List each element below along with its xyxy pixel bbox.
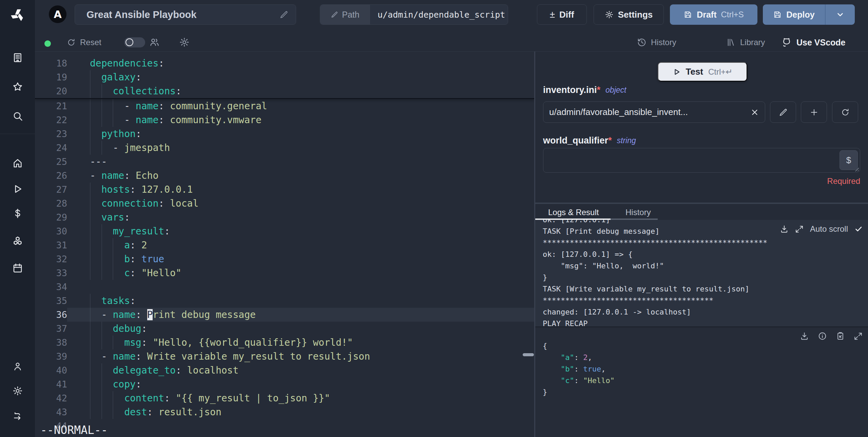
code-line[interactable]: 20 collections: [35, 84, 534, 98]
use-vscode-label: Use VScode [796, 38, 846, 48]
code-line[interactable]: 44 [35, 419, 534, 433]
topbar: A Great Ansible Playbook Path u/admin/de… [35, 0, 868, 33]
test-button[interactable]: Test Ctrl+↵ [658, 62, 747, 81]
code-line[interactable]: 40 delegate_to: localhost [35, 363, 534, 377]
users-icon[interactable] [149, 37, 160, 48]
inventory-resource-input[interactable]: u/admin/favorable_ansible_invent... [543, 101, 765, 123]
result-toolbar [800, 331, 863, 341]
draft-button[interactable]: Draft Ctrl+S [670, 4, 757, 25]
splitter-drag-handle[interactable] [523, 353, 534, 356]
diff-mode-toggle[interactable] [124, 37, 145, 48]
code-line[interactable]: 27 hosts: 127.0.0.1 [35, 183, 534, 196]
insert-variable-button[interactable]: $ [840, 150, 858, 170]
deploy-dropdown-button[interactable] [826, 4, 855, 25]
editor-settings-gear-icon[interactable] [179, 37, 190, 48]
log-line: } [535, 272, 868, 283]
sidebar-item-search[interactable] [12, 111, 23, 122]
edit-title-pencil-icon[interactable] [279, 10, 288, 19]
field-type: object [605, 86, 626, 95]
code-line[interactable]: 19 galaxy: [35, 70, 534, 84]
tab-history[interactable]: History [625, 208, 651, 217]
path-pencil-icon [331, 11, 338, 18]
code-line[interactable]: 36 - name: Print debug message [35, 308, 534, 322]
code-editor[interactable]: 18dependencies:19 galaxy:20 collections:… [35, 52, 534, 437]
log-line: ok: [127.0.0.1] => { [535, 249, 868, 260]
code-line[interactable]: 29 vars: [35, 210, 534, 224]
code-line[interactable]: 31 a: 2 [35, 238, 534, 252]
sidebar-item-user[interactable] [12, 361, 23, 372]
result-line: "a": 2, [535, 352, 868, 363]
settings-button[interactable]: Settings [594, 4, 664, 25]
code-line[interactable]: 38 msg: "Hello, {{world_qualifier}} worl… [35, 336, 534, 349]
refresh-resource-button[interactable] [832, 101, 858, 123]
result-line: } [535, 386, 868, 398]
code-line[interactable]: 41 copy: [35, 377, 534, 391]
download-result-icon[interactable] [800, 331, 809, 341]
path-box[interactable]: Path u/admin/dependable_script [320, 4, 508, 25]
gear-icon [605, 10, 614, 19]
path-label: Path [342, 10, 359, 20]
clipboard-copy-icon[interactable] [836, 331, 845, 341]
vim-mode-indicator: --NORMAL-- [40, 423, 108, 437]
code-line[interactable]: 43 dest: result.json [35, 405, 534, 419]
field-name: world_qualifier [543, 135, 608, 146]
tab-logs-result[interactable]: Logs & Result [548, 208, 599, 217]
diff-button[interactable]: ± Diff [537, 4, 587, 25]
code-line[interactable]: 34 [35, 280, 534, 294]
sidebar-item-workspace[interactable] [12, 52, 23, 63]
script-title-box[interactable]: Great Ansible Playbook [75, 4, 296, 25]
auto-scroll-check-icon[interactable] [854, 225, 863, 233]
code-line[interactable]: 22 - name: community.vmware [35, 113, 534, 127]
log-toolbar: Auto scroll [780, 224, 863, 234]
info-icon[interactable] [818, 331, 827, 341]
panel-splitter[interactable] [534, 52, 535, 437]
world-qualifier-textarea[interactable]: $ [543, 148, 860, 173]
windmill-logo[interactable] [10, 8, 25, 23]
section-splitter[interactable] [535, 203, 868, 204]
download-logs-icon[interactable] [780, 225, 789, 233]
editor-toolbar: Reset History Library Use VScode [35, 33, 868, 52]
code-line[interactable]: 32 b: true [35, 252, 534, 266]
library-label: Library [740, 38, 765, 47]
code-line[interactable]: 37 debug: [35, 322, 534, 336]
code-line[interactable]: 24 - jmespath [35, 141, 534, 155]
required-asterisk: * [608, 135, 612, 146]
code-line[interactable]: 35 tasks: [35, 294, 534, 308]
sidebar-item-variables[interactable] [12, 208, 23, 219]
save-icon [773, 10, 782, 19]
sidebar-item-runs[interactable] [12, 184, 23, 195]
expand-result-icon[interactable] [854, 332, 863, 341]
sticky-lines: 18dependencies:19 galaxy:20 collections: [35, 52, 534, 99]
code-line[interactable]: 30 my_result: [35, 224, 534, 238]
right-panel: Test Ctrl+↵ inventory.ini * object u/adm… [535, 52, 868, 437]
code-line[interactable]: 26- name: Echo [35, 169, 534, 183]
library-button[interactable]: Library [726, 36, 765, 49]
log-line: changed: [127.0.0.1 -> localhost] [535, 306, 868, 318]
sidebar-item-resources[interactable] [12, 236, 23, 248]
code-line[interactable]: 28 connection: local [35, 196, 534, 210]
code-line[interactable]: 25--- [35, 155, 534, 169]
use-vscode-button[interactable]: Use VScode [782, 36, 846, 49]
sidebar-item-favorites[interactable] [12, 81, 23, 93]
expand-logs-icon[interactable] [795, 225, 804, 233]
sidebar-item-collapse[interactable] [12, 411, 23, 421]
auto-scroll-label[interactable]: Auto scroll [810, 224, 848, 234]
sidebar-item-schedules[interactable] [12, 263, 23, 274]
log-line: PLAY RECAP [535, 318, 868, 326]
code-line[interactable]: 42 content: "{{ my_result | to_json }}" [35, 391, 534, 405]
code-line[interactable]: 18dependencies: [35, 56, 534, 70]
edit-resource-button[interactable] [770, 101, 796, 123]
chevron-down-icon [835, 10, 845, 19]
deploy-button[interactable]: Deploy [763, 4, 825, 25]
code-line[interactable]: 39 - name: Write variable my_result to r… [35, 349, 534, 363]
sidebar-item-settings[interactable] [12, 386, 23, 396]
reset-button[interactable]: Reset [67, 36, 101, 49]
history-button[interactable]: History [637, 36, 676, 49]
code-line[interactable]: 21 - name: community.general [35, 99, 534, 113]
code-line[interactable]: 33 c: "Hello" [35, 266, 534, 280]
add-resource-button[interactable] [801, 101, 827, 123]
sidebar-item-home[interactable] [12, 158, 23, 169]
clear-resource-x-icon[interactable] [751, 108, 759, 116]
code-line[interactable]: 23 python: [35, 127, 534, 141]
log-output[interactable]: ok: [127.0.0.1]TASK [Print debug message… [535, 220, 868, 326]
